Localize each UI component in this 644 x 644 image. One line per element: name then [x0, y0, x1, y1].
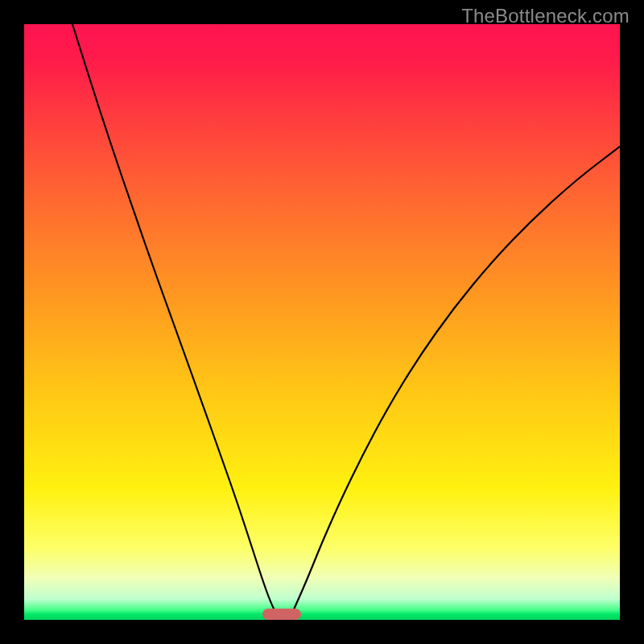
minimum-marker [262, 609, 301, 620]
curve-layer [24, 24, 620, 620]
curve-right [290, 147, 620, 618]
plot-area [24, 24, 620, 620]
curve-left [72, 24, 279, 618]
